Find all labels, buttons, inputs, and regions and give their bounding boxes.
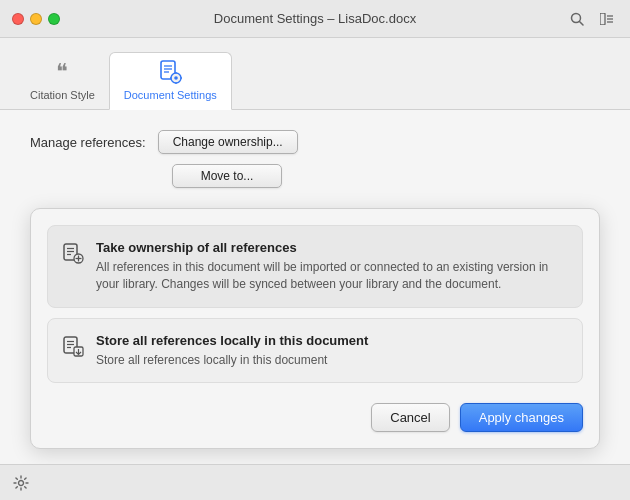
take-ownership-icon — [62, 242, 84, 269]
search-icon[interactable] — [566, 8, 588, 30]
minimize-button[interactable] — [30, 13, 42, 25]
sidebar-toggle-icon[interactable] — [596, 8, 618, 30]
window-controls — [12, 13, 60, 25]
move-to-button[interactable]: Move to... — [172, 164, 282, 188]
close-button[interactable] — [12, 13, 24, 25]
svg-point-29 — [19, 480, 24, 485]
titlebar: Document Settings – LisaDoc.docx — [0, 0, 630, 38]
take-ownership-text: Take ownership of all references All ref… — [96, 240, 566, 293]
option-store-locally[interactable]: Store all references locally in this doc… — [47, 318, 583, 384]
titlebar-search-area — [566, 8, 618, 30]
cancel-button[interactable]: Cancel — [371, 403, 449, 432]
svg-point-11 — [174, 76, 178, 80]
option-take-ownership[interactable]: Take ownership of all references All ref… — [47, 225, 583, 308]
store-locally-text: Store all references locally in this doc… — [96, 333, 368, 369]
store-locally-desc: Store all references locally in this doc… — [96, 352, 368, 369]
window-title: Document Settings – LisaDoc.docx — [214, 11, 416, 26]
take-ownership-desc: All references in this document will be … — [96, 259, 566, 293]
tabs-row: ❝ Citation Style Document Settings — [0, 38, 630, 110]
tab-document-settings[interactable]: Document Settings — [109, 52, 232, 110]
store-locally-title: Store all references locally in this doc… — [96, 333, 368, 348]
apply-changes-button[interactable]: Apply changes — [460, 403, 583, 432]
modal-card: Take ownership of all references All ref… — [30, 208, 600, 449]
modal-footer: Cancel Apply changes — [47, 403, 583, 432]
main-content: Manage references: Change ownership... M… — [0, 110, 630, 464]
store-locally-icon — [62, 335, 84, 362]
maximize-button[interactable] — [48, 13, 60, 25]
tab-citation-style[interactable]: ❝ Citation Style — [16, 53, 109, 109]
quote-icon: ❝ — [56, 59, 68, 85]
manage-references-label: Manage references: — [30, 135, 146, 150]
change-ownership-button[interactable]: Change ownership... — [158, 130, 298, 154]
svg-rect-2 — [600, 13, 605, 25]
doc-settings-icon — [157, 59, 183, 85]
move-to-row: Move to... — [172, 164, 600, 188]
manage-references-row: Manage references: Change ownership... — [30, 130, 600, 154]
gear-icon[interactable] — [10, 472, 32, 494]
svg-line-1 — [580, 21, 584, 25]
bottom-bar — [0, 464, 630, 500]
take-ownership-title: Take ownership of all references — [96, 240, 566, 255]
